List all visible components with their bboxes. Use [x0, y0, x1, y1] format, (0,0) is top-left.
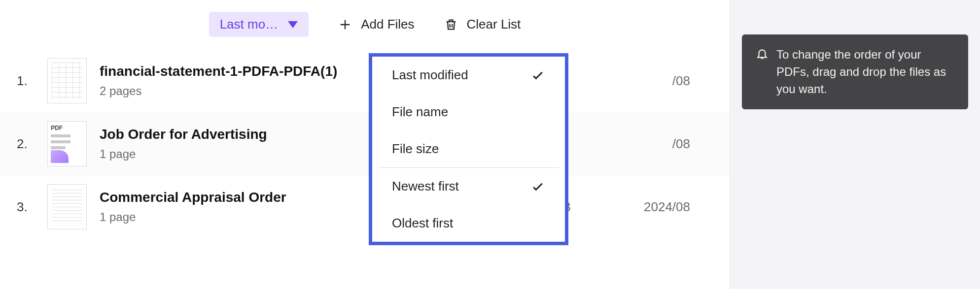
chevron-down-icon [288, 21, 298, 28]
file-thumbnail [47, 184, 87, 229]
file-date: /08 [611, 136, 690, 152]
toolbar: Last mo… Add Files Clear List [0, 12, 730, 37]
sort-option-label: Last modified [392, 67, 468, 83]
plus-icon [338, 18, 352, 32]
list-item[interactable]: 1. financial-statement-1-PDFA-PDFA(1) 2 … [0, 49, 730, 112]
list-item[interactable]: 3. Commercial Appraisal Order 1 page 189… [0, 175, 730, 238]
sort-option-label: File name [392, 104, 448, 120]
side-panel: Combine To change the order of your PDFs… [730, 0, 980, 289]
sort-dropdown-label: Last mo… [220, 17, 279, 32]
sort-option-oldest-first[interactable]: Oldest first [372, 205, 565, 242]
add-files-label: Add Files [361, 17, 414, 32]
tip-box: To change the order of your PDFs, drag a… [742, 34, 968, 109]
sort-option-file-size[interactable]: File size [372, 130, 565, 167]
trash-icon [444, 18, 458, 32]
pdf-badge: PDF [51, 125, 63, 131]
tip-text: To change the order of your PDFs, drag a… [776, 46, 954, 97]
sort-option-file-name[interactable]: File name [372, 94, 565, 130]
sort-option-label: Oldest first [392, 216, 453, 231]
clear-list-label: Clear List [467, 17, 521, 32]
sort-dropdown-button[interactable]: Last mo… [209, 12, 309, 37]
sort-option-newest-first[interactable]: Newest first [372, 168, 565, 205]
side-panel-title: Combine [763, 0, 826, 1]
file-date: /08 [611, 73, 690, 89]
check-icon [530, 68, 545, 83]
check-icon [530, 179, 545, 194]
add-files-button[interactable]: Add Files [338, 12, 414, 37]
list-item[interactable]: 2. PDF Job Order for Advertising 1 page … [0, 112, 730, 175]
sort-option-label: File size [392, 141, 439, 157]
file-thumbnail [47, 58, 87, 103]
file-list: 1. financial-statement-1-PDFA-PDFA(1) 2 … [0, 49, 730, 238]
sort-option-last-modified[interactable]: Last modified [372, 57, 565, 94]
sort-menu: Last modified File name File size Newest… [369, 53, 568, 245]
row-index: 2. [17, 136, 35, 152]
row-index: 3. [17, 199, 35, 215]
bell-icon [756, 47, 769, 60]
row-index: 1. [17, 73, 35, 89]
file-thumbnail: PDF [47, 121, 87, 166]
sort-option-label: Newest first [392, 179, 459, 194]
file-date: 2024/08 [611, 199, 690, 215]
clear-list-button[interactable]: Clear List [444, 12, 521, 37]
main-panel: Last mo… Add Files Clear List 1. financi… [0, 0, 730, 289]
